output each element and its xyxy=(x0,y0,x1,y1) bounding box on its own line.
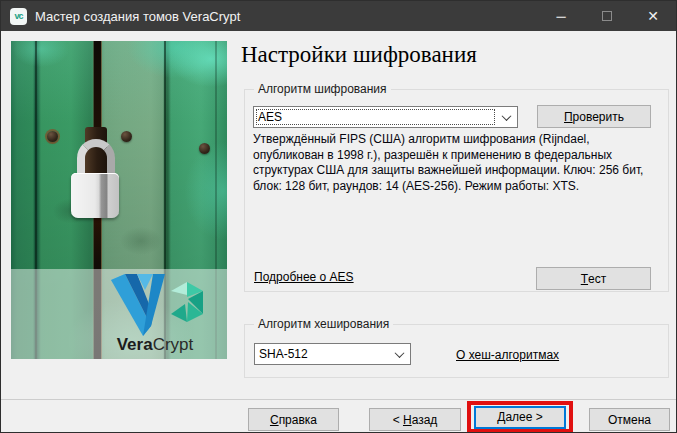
back-button-prefix: < xyxy=(393,413,403,427)
logo-crypt: Crypt xyxy=(153,335,194,354)
chevron-down-icon xyxy=(495,114,517,121)
test-button[interactable]: Тест xyxy=(536,267,651,290)
cancel-button[interactable]: Отмена xyxy=(589,408,670,431)
hash-info-link[interactable]: О хеш-алгоритмах xyxy=(456,348,559,362)
hash-algorithm-select[interactable]: SHA-512 xyxy=(254,343,411,365)
window-title: Мастер создания томов VeraCrypt xyxy=(35,9,538,24)
door-lock-photo: VeraCrypt xyxy=(11,41,227,359)
bolt xyxy=(121,131,132,142)
minimize-icon: ─ xyxy=(556,9,565,24)
red-highlight-annotation: Далее > xyxy=(467,401,573,433)
maximize-button xyxy=(584,1,630,31)
veracrypt-wizard-window: vc Мастер создания томов VeraCrypt ─ ✕ xyxy=(0,0,677,433)
hash-algorithm-value: SHA-512 xyxy=(255,347,388,361)
veracrypt-app-icon[interactable]: vc xyxy=(10,8,27,25)
veracrypt-logo-text: VeraCrypt xyxy=(97,335,213,355)
logo-overlay: VeraCrypt xyxy=(11,269,227,359)
help-button-label: правка xyxy=(279,413,317,427)
benchmark-button-label: роверить xyxy=(573,110,624,124)
bolt xyxy=(47,131,58,142)
hash-group-label: Алгоритм хеширования xyxy=(254,317,393,331)
encryption-algorithm-select[interactable]: AES xyxy=(253,106,518,128)
footer-divider xyxy=(1,399,676,400)
test-button-accesskey: Т xyxy=(581,272,588,286)
next-button-accesskey: Д xyxy=(497,410,505,424)
padlock-body xyxy=(71,173,119,218)
minimize-button[interactable]: ─ xyxy=(538,1,584,31)
close-button[interactable]: ✕ xyxy=(630,1,676,31)
bolt xyxy=(199,143,210,154)
logo-vera: Vera xyxy=(117,335,153,354)
next-button[interactable]: Далее > xyxy=(474,406,566,429)
veracrypt-logo-icon xyxy=(111,274,207,336)
test-button-label: ест xyxy=(588,272,606,286)
window-controls: ─ ✕ xyxy=(538,1,676,31)
encryption-algorithm-value: AES xyxy=(254,110,495,124)
help-button-accesskey: С xyxy=(270,413,279,427)
algorithm-description: Утверждённый FIPS (США) алгоритм шифрова… xyxy=(253,132,657,194)
encryption-group-label: Алгоритм шифрования xyxy=(254,82,391,96)
page-title: Настройки шифрования xyxy=(241,42,477,68)
back-button-accesskey: Н xyxy=(403,413,412,427)
back-button[interactable]: < Назад xyxy=(369,408,461,431)
benchmark-button-accesskey: П xyxy=(564,110,573,124)
maximize-icon xyxy=(602,11,612,21)
cancel-button-label: Отмена xyxy=(608,413,651,427)
titlebar[interactable]: vc Мастер создания томов VeraCrypt ─ ✕ xyxy=(1,1,676,31)
close-icon: ✕ xyxy=(647,8,659,24)
chevron-down-icon xyxy=(388,351,410,358)
back-button-label: азад xyxy=(412,413,438,427)
more-about-aes-link[interactable]: Подробнее о AES xyxy=(254,270,354,284)
next-button-label: алее > xyxy=(505,410,542,424)
benchmark-button[interactable]: Проверить xyxy=(537,105,651,128)
help-button[interactable]: Справка xyxy=(248,408,339,431)
